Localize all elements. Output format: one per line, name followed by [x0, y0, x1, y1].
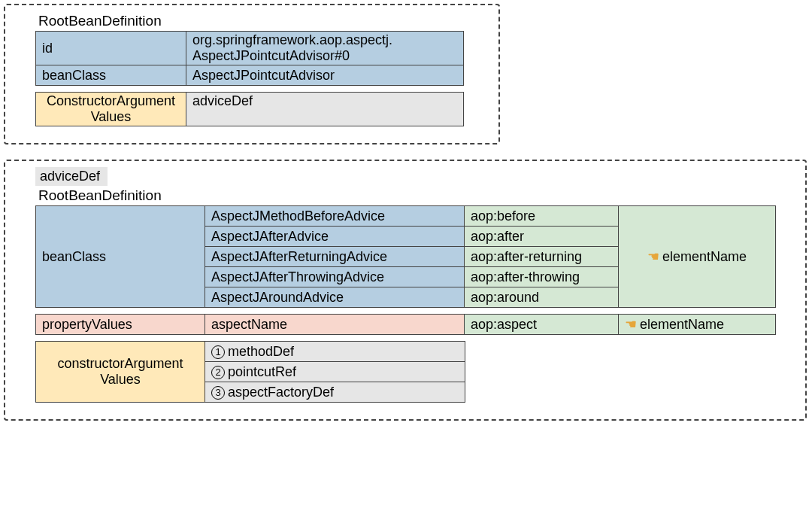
- cell-class: AspectJAroundAdvice: [205, 287, 465, 308]
- pointing-hand-icon: ☚: [647, 249, 659, 264]
- bean-class-label: beanClass: [36, 206, 205, 308]
- cell-aop: aop:after: [465, 227, 619, 247]
- table-row: id org.springframework.aop.aspectj. Aspe…: [36, 32, 464, 65]
- constructor-item: 2pointcutRef: [205, 362, 465, 382]
- box2-title: RootBeanDefinition: [35, 186, 775, 205]
- table-row: beanClass AspectJMethodBeforeAdvice aop:…: [36, 206, 776, 227]
- cell-aop: aop:after-returning: [465, 247, 619, 267]
- cell-val: org.springframework.aop.aspectj. AspectJ…: [186, 32, 464, 65]
- element-name-text: elementName: [640, 317, 724, 332]
- constructor-arg-table: constructorArgument Values 1methodDef 2p…: [35, 341, 465, 403]
- cell-class: AspectJAfterReturningAdvice: [205, 247, 465, 267]
- item-text: aspectFactoryDef: [228, 385, 334, 400]
- bean-definition-box-1: RootBeanDefinition id org.springframewor…: [4, 4, 500, 144]
- cell-key: id: [36, 32, 186, 65]
- cell-class: AspectJMethodBeforeAdvice: [205, 206, 465, 227]
- number-circle-icon: 3: [211, 386, 225, 400]
- constructor-arg-label: constructorArgument Values: [36, 342, 205, 403]
- cell-aop: aop:around: [465, 287, 619, 308]
- constructor-item: 3aspectFactoryDef: [205, 382, 465, 403]
- box1-constructor-table: ConstructorArgument Values adviceDef: [35, 92, 464, 126]
- item-text: pointcutRef: [228, 364, 296, 379]
- table-row: ConstructorArgument Values adviceDef: [36, 93, 464, 126]
- aop-aspect-cell: aop:aspect: [465, 315, 619, 335]
- cell-class: AspectJAfterThrowingAdvice: [205, 267, 465, 287]
- table-row: propertyValues aspectName aop:aspect ☚el…: [36, 315, 776, 335]
- bean-definition-box-2: adviceDef RootBeanDefinition beanClass A…: [4, 160, 807, 421]
- cell-class: AspectJAfterAdvice: [205, 227, 465, 247]
- property-values-label: propertyValues: [36, 315, 205, 335]
- pointing-hand-icon: ☚: [625, 317, 637, 332]
- item-text: methodDef: [228, 344, 294, 359]
- cell-key: beanClass: [36, 65, 186, 86]
- aspect-name-cell: aspectName: [205, 315, 465, 335]
- element-name-cell: ☚elementName: [619, 315, 776, 335]
- element-name-text: elementName: [662, 249, 747, 264]
- box1-properties-table: id org.springframework.aop.aspectj. Aspe…: [35, 31, 464, 86]
- table-row: beanClass AspectJPointcutAdvisor: [36, 65, 464, 86]
- table-row: constructorArgument Values 1methodDef: [36, 342, 465, 362]
- element-name-cell: ☚elementName: [619, 206, 776, 308]
- cell-aop: aop:before: [465, 206, 619, 227]
- cell-val: AspectJPointcutAdvisor: [186, 65, 464, 86]
- cell-aop: aop:after-throwing: [465, 267, 619, 287]
- bean-class-table: beanClass AspectJMethodBeforeAdvice aop:…: [35, 205, 776, 308]
- constructor-item: 1methodDef: [205, 342, 465, 362]
- property-values-table: propertyValues aspectName aop:aspect ☚el…: [35, 314, 776, 335]
- box1-title: RootBeanDefinition: [35, 11, 468, 31]
- number-circle-icon: 2: [211, 366, 225, 379]
- number-circle-icon: 1: [211, 345, 225, 359]
- constructor-val: adviceDef: [186, 93, 464, 126]
- constructor-label: ConstructorArgument Values: [36, 93, 186, 126]
- advice-def-tag: adviceDef: [35, 167, 108, 186]
